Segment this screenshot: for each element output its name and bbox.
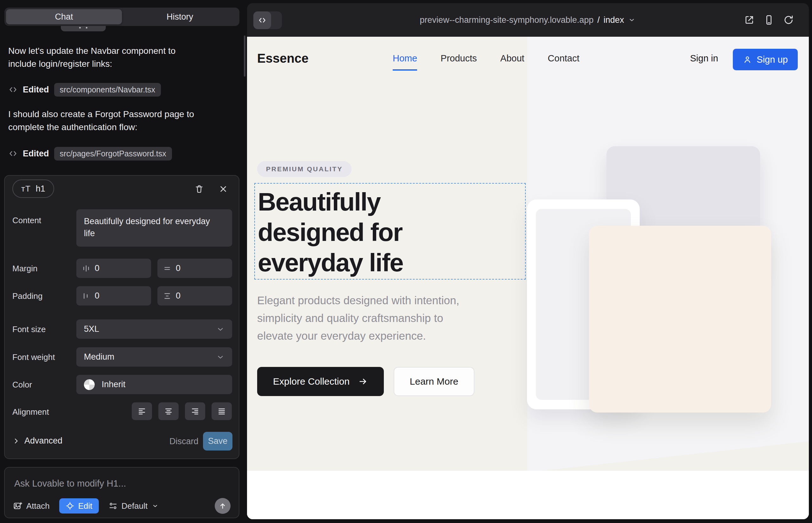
padding-vertical-icon [163, 292, 171, 300]
chevron-down-icon [216, 325, 225, 333]
align-left-icon [137, 407, 147, 416]
color-select[interactable]: Inherit [76, 375, 232, 394]
align-justify-button[interactable] [212, 402, 232, 420]
arrow-right-icon [358, 376, 368, 386]
align-left-button[interactable] [132, 402, 152, 420]
font-size-label: Font size [12, 325, 46, 334]
code-toggle-segment[interactable] [253, 12, 271, 29]
target-icon [66, 502, 74, 510]
sliders-icon [108, 501, 118, 511]
chevron-right-icon [12, 437, 20, 445]
sign-up-button[interactable]: Sign up [733, 49, 798, 70]
edited-label: Edited [23, 149, 49, 159]
chat-panel: Chat History Now let's update the Navbar… [0, 0, 246, 523]
hero-badge: PREMIUM QUALITY [257, 161, 352, 177]
code-icon [8, 85, 18, 94]
edit-mode-button[interactable]: Edit [59, 498, 99, 513]
font-weight-label: Font weight [12, 353, 55, 362]
delete-element-button[interactable] [192, 182, 206, 196]
chat-history-tabs: Chat History [4, 7, 240, 26]
element-editor-panel: тT h1 Content Beautifully designed for e… [4, 175, 240, 459]
close-editor-button[interactable] [216, 182, 230, 196]
section-below-hero [247, 471, 809, 519]
nav-products[interactable]: Products [441, 53, 477, 64]
learn-more-button[interactable]: Learn More [394, 367, 474, 396]
site-header: Essence Home Products About Contact Sign… [247, 37, 809, 81]
mobile-view-icon[interactable] [763, 14, 775, 26]
advanced-toggle[interactable]: Advanced [12, 436, 63, 446]
content-label: Content [12, 216, 41, 226]
arrow-up-icon [218, 502, 227, 510]
nav-home[interactable]: Home [393, 53, 417, 64]
margin-y-input[interactable]: 0 [157, 259, 232, 278]
padding-horizontal-icon [82, 292, 90, 300]
color-swatch [84, 379, 95, 390]
margin-label: Margin [12, 264, 37, 273]
preview-window: preview--charming-site-symphony.lovable.… [247, 3, 809, 519]
hero-heading[interactable]: Beautifully designed for everyday life [258, 187, 525, 278]
chat-scrollbar[interactable] [244, 35, 245, 77]
element-tag: h1 [36, 184, 45, 194]
composer-toolbar: Attach Edit Default [5, 497, 239, 515]
chat-composer[interactable]: Ask Lovable to modify H1... Attach Edit … [4, 467, 240, 518]
assistant-message: I should also create a Forgot Password p… [8, 108, 230, 133]
send-button[interactable] [215, 498, 231, 514]
assistant-message: Now let's update the Navbar component to… [8, 44, 230, 70]
font-weight-select[interactable]: Medium [76, 347, 232, 366]
chevron-down-icon [628, 16, 636, 24]
edited-file-row: Edited src/components/Navbar.tsx [8, 83, 161, 96]
color-label: Color [12, 380, 32, 390]
alignment-label: Alignment [12, 407, 49, 417]
url-separator: / [597, 15, 600, 25]
edited-file-badge[interactable]: src/components/Navbar.tsx [54, 83, 161, 96]
content-textarea[interactable]: Beautifully designed for everyday life [76, 209, 232, 247]
margin-vertical-icon [163, 264, 171, 273]
site-canvas: Essence Home Products About Contact Sign… [247, 37, 809, 519]
align-right-button[interactable] [185, 402, 205, 420]
font-size-select[interactable]: 5XL [76, 320, 232, 339]
topbar-actions [744, 3, 794, 37]
site-logo[interactable]: Essence [257, 51, 308, 66]
edited-label: Edited [23, 85, 49, 95]
align-center-icon [164, 407, 173, 416]
site-nav: Home Products About Contact [393, 53, 580, 64]
margin-horizontal-icon [82, 264, 90, 273]
chevron-down-icon [152, 502, 159, 510]
url-domain: preview--charming-site-symphony.lovable.… [420, 15, 594, 25]
discard-button[interactable]: Discard [170, 437, 198, 446]
tab-chat[interactable]: Chat [6, 9, 122, 24]
open-external-icon[interactable] [744, 14, 755, 26]
attach-button[interactable]: Attach [13, 501, 50, 511]
nav-about[interactable]: About [500, 53, 525, 64]
padding-y-input[interactable]: 0 [157, 286, 232, 306]
sign-in-link[interactable]: Sign in [690, 53, 718, 64]
align-center-button[interactable] [158, 402, 179, 420]
mode-select[interactable]: Default [108, 501, 159, 511]
preview-topbar: preview--charming-site-symphony.lovable.… [247, 3, 809, 37]
code-icon [8, 149, 18, 158]
explore-collection-button[interactable]: Explore Collection [257, 367, 384, 396]
hero-card-cream [589, 226, 771, 413]
scrolled-badge-partial [61, 26, 106, 31]
padding-label: Padding [12, 291, 42, 301]
nav-contact[interactable]: Contact [548, 53, 580, 64]
composer-input[interactable]: Ask Lovable to modify H1... [14, 479, 126, 489]
margin-x-input[interactable]: 0 [76, 259, 151, 278]
attach-image-icon [13, 501, 22, 511]
type-icon: тT [21, 184, 31, 194]
url-bar[interactable]: preview--charming-site-symphony.lovable.… [342, 3, 714, 37]
edited-file-row: Edited src/pages/ForgotPassword.tsx [8, 147, 172, 160]
code-preview-toggle[interactable] [253, 12, 282, 29]
url-path: index [604, 15, 624, 25]
refresh-icon[interactable] [783, 14, 794, 26]
padding-x-input[interactable]: 0 [76, 286, 151, 306]
hero-paragraph: Elegant products designed with intention… [257, 292, 459, 345]
selected-element-chip[interactable]: тT h1 [12, 180, 54, 198]
tab-history[interactable]: History [122, 9, 238, 24]
selected-heading-outline[interactable]: Beautifully designed for everyday life [254, 183, 526, 279]
trash-icon [194, 184, 204, 194]
edited-file-badge[interactable]: src/pages/ForgotPassword.tsx [54, 147, 172, 161]
close-icon [218, 184, 228, 194]
save-button[interactable]: Save [203, 432, 232, 451]
align-justify-icon [217, 407, 226, 416]
